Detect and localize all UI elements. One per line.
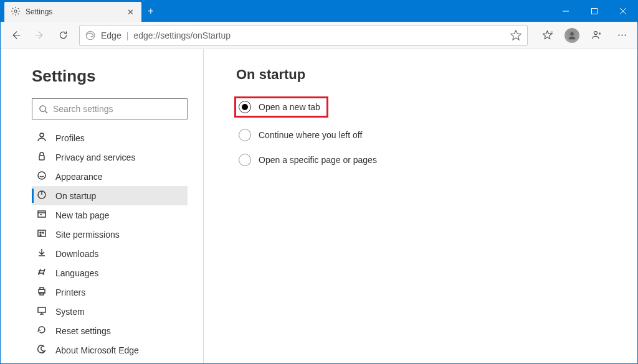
svg-point-25 [42,232,44,233]
nav-label: Languages [55,268,98,278]
close-window-button[interactable] [609,1,637,22]
svg-line-14 [45,111,47,113]
svg-rect-2 [592,9,598,14]
search-icon [39,105,48,114]
nav-label: Downloads [55,249,98,259]
close-tab-icon[interactable]: ✕ [125,7,135,17]
svg-point-12 [624,34,626,35]
startup-option-1[interactable]: Continue where you left off [236,128,605,142]
favorite-star-icon[interactable] [510,29,522,42]
radio-button[interactable] [239,129,251,141]
svg-point-9 [594,32,597,35]
nav-icon [37,228,55,240]
nav-label: Appearance [55,172,103,182]
profile-avatar[interactable] [560,24,584,47]
maximize-button[interactable] [580,1,609,22]
sidebar-item-downloads[interactable]: Downloads [32,244,188,263]
svg-rect-30 [38,307,45,312]
svg-rect-28 [40,287,44,289]
sidebar-item-about-microsoft-edge[interactable]: About Microsoft Edge [32,340,188,360]
svg-point-24 [40,232,41,233]
svg-point-11 [621,34,622,35]
sidebar-item-profiles[interactable]: Profiles [32,128,188,147]
sidebar-item-languages[interactable]: Languages [32,263,188,282]
sidebar-item-new-tab-page[interactable]: New tab page [32,205,188,225]
radio-button[interactable] [239,101,251,113]
svg-point-10 [618,34,619,35]
nav-icon [37,170,55,182]
refresh-button[interactable] [52,24,74,47]
sidebar-item-privacy-and-services[interactable]: Privacy and services [32,147,188,167]
svg-point-17 [38,172,45,179]
nav-icon [37,190,55,202]
main-panel: On startup Open a new tabContinue where … [204,49,637,363]
startup-option-0[interactable]: Open a new tab [234,96,328,118]
sidebar-item-system[interactable]: System [32,302,188,321]
radio-label: Open a specific page or pages [259,155,377,165]
favorites-button[interactable] [535,24,559,47]
nav-label: About Microsoft Edge [55,345,139,355]
search-box[interactable] [32,98,188,119]
nav-icon [37,209,55,221]
sidebar-item-appearance[interactable]: Appearance [32,167,188,186]
nav-icon [37,132,55,144]
nav-icon [37,151,55,163]
new-tab-button[interactable]: + [141,1,160,22]
svg-point-15 [40,133,44,137]
sidebar-item-reset-settings[interactable]: Reset settings [32,321,188,340]
nav-icon [37,267,55,279]
settings-sidebar: Settings ProfilesPrivacy and servicesApp… [1,49,204,363]
radio-button[interactable] [239,154,251,166]
nav-icon [37,325,55,337]
nav-label: New tab page [55,210,109,220]
nav-label: On startup [55,191,96,201]
sidebar-title: Settings [32,67,187,86]
svg-rect-20 [38,211,45,217]
svg-rect-23 [38,230,45,236]
nav-label: Reset settings [55,326,111,336]
svg-point-8 [570,32,573,35]
accounts-button[interactable] [585,24,609,47]
nav-label: Printers [55,287,85,297]
minimize-button[interactable] [551,1,580,22]
window-controls [551,1,637,22]
more-button[interactable] [610,24,634,47]
nav-icon [37,248,55,259]
titlebar: Settings ✕ + [1,1,637,22]
address-url: edge://settings/onStartup [133,30,231,40]
toolbar: Edge | edge://settings/onStartup [1,22,637,49]
browser-tab[interactable]: Settings ✕ [4,2,141,22]
svg-rect-29 [40,292,44,295]
radio-label: Open a new tab [259,102,320,112]
gear-icon [11,6,26,18]
nav-label: Site permissions [55,230,120,240]
svg-point-0 [14,10,17,12]
sidebar-item-printers[interactable]: Printers [32,282,188,302]
edge-icon [85,30,96,41]
forward-button [28,24,50,47]
search-input[interactable] [53,104,181,114]
svg-point-13 [40,105,45,111]
back-button[interactable] [4,24,27,47]
nav-icon [37,344,55,356]
tab-title: Settings [26,7,125,16]
startup-option-2[interactable]: Open a specific page or pages [236,152,605,167]
page-title: On startup [236,67,605,83]
sidebar-item-on-startup[interactable]: On startup [32,186,188,205]
nav-label: Privacy and services [55,152,135,162]
sidebar-item-site-permissions[interactable]: Site permissions [32,225,188,244]
svg-rect-16 [39,156,44,160]
nav-icon [37,306,55,317]
address-prefix: Edge [101,30,121,40]
address-bar[interactable]: Edge | edge://settings/onStartup [79,25,528,46]
svg-point-26 [40,235,41,236]
radio-label: Continue where you left off [259,130,362,140]
nav-icon [37,286,55,298]
nav-label: Profiles [55,133,85,143]
nav-label: System [55,307,85,317]
